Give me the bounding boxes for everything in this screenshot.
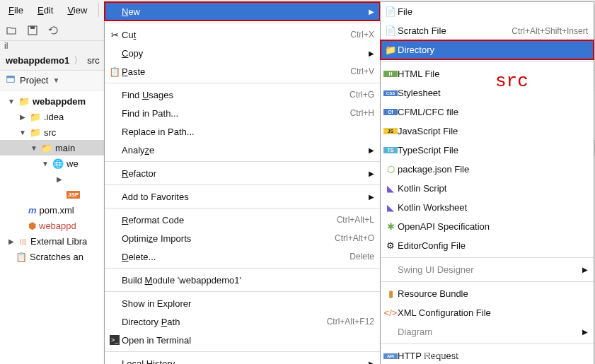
expand-arrow-icon[interactable]: ▼: [7, 98, 16, 105]
tree-label: src: [44, 127, 56, 138]
kotlin-icon: ◣: [383, 183, 398, 194]
separator: [381, 281, 594, 282]
bundle-icon: ▮: [383, 288, 398, 299]
separator: [105, 268, 380, 269]
separator: [105, 23, 380, 23]
save-icon[interactable]: [27, 25, 38, 36]
menu-show-explorer[interactable]: Show in Explorer: [105, 294, 380, 312]
xml-icon: </>: [383, 307, 398, 318]
submenu-arrow-icon: ▶: [369, 360, 374, 365]
terminal-icon: >_: [108, 335, 122, 345]
submenu-openapi[interactable]: ✱OpenAPI Specification: [381, 217, 594, 236]
separator: [105, 161, 380, 162]
library-icon: ⫼: [18, 236, 28, 247]
http-icon: API: [383, 353, 398, 359]
cfml-icon: Cf: [383, 109, 398, 115]
tree-label: webappdem: [33, 96, 86, 107]
cut-icon: ✂: [108, 30, 122, 40]
svg-rect-1: [30, 26, 35, 29]
separator: [105, 208, 380, 209]
menu-new[interactable]: New ▶: [105, 2, 380, 20]
submenu-diagram[interactable]: Diagram ▶: [381, 322, 594, 341]
js-icon: JS: [383, 128, 398, 134]
expand-arrow-icon[interactable]: ▶: [7, 237, 16, 245]
css-icon: CSS: [383, 90, 398, 96]
breadcrumb-project[interactable]: webappdemo1: [6, 55, 69, 66]
menu-add-favorites[interactable]: Add to Favorites ▶: [105, 187, 380, 206]
dropdown-arrow-icon[interactable]: ▼: [52, 76, 59, 84]
menu-paste[interactable]: 📋 Paste Ctrl+V: [105, 62, 380, 81]
separator: [381, 61, 594, 62]
submenu-ts-file[interactable]: TSTypeScript File: [381, 141, 594, 160]
folder-icon: 📁: [41, 143, 52, 153]
chevron-right-icon: 〉: [74, 54, 83, 67]
ts-icon: TS: [383, 147, 398, 153]
shortcut: Ctrl+Alt+Shift+Insert: [512, 26, 588, 36]
menu-file[interactable]: File: [3, 2, 29, 18]
expand-arrow-icon[interactable]: ▼: [41, 160, 50, 168]
menu-delete[interactable]: Delete... Delete: [105, 247, 380, 266]
submenu-cfml[interactable]: CfCFML/CFC file: [381, 102, 594, 122]
html-icon: H: [383, 71, 398, 77]
scratch-icon: 📋: [16, 252, 27, 262]
separator: [381, 257, 594, 258]
directory-icon: 📁: [383, 45, 398, 55]
menu-refactor[interactable]: Refactor ▶: [105, 164, 380, 182]
expand-arrow-icon[interactable]: ▼: [18, 129, 27, 136]
refresh-icon[interactable]: [48, 25, 59, 36]
submenu-arrow-icon: ▶: [369, 8, 374, 16]
menu-cut[interactable]: ✂ Cut Ctrl+X: [105, 25, 380, 44]
project-panel-title: Project: [20, 75, 48, 86]
menu-copy[interactable]: Copy ▶: [105, 44, 380, 62]
separator: [105, 351, 380, 352]
expand-arrow-icon[interactable]: ▶: [55, 175, 64, 183]
submenu-directory[interactable]: 📁Directory: [381, 40, 594, 59]
separator: [98, 3, 99, 17]
tree-label: External Libra: [30, 236, 87, 247]
submenu-resource-bundle[interactable]: ▮Resource Bundle: [381, 284, 594, 303]
menu-analyze[interactable]: Analyze ▶: [105, 141, 380, 159]
menu-directory-path[interactable]: Directory Path Ctrl+Alt+F12: [105, 312, 380, 331]
menu-find-in-path[interactable]: Find in Path... Ctrl+H: [105, 104, 380, 122]
menu-optimize[interactable]: Optimize Imports Ctrl+Alt+O: [105, 229, 380, 247]
expand-arrow-icon[interactable]: ▶: [18, 113, 27, 121]
submenu-editorconfig[interactable]: ⚙EditorConfig File: [381, 236, 594, 255]
svg-text:>_: >_: [111, 336, 119, 344]
separator: [105, 184, 380, 185]
submenu-kotlin-script[interactable]: ◣Kotlin Script: [381, 179, 594, 198]
submenu-package-json[interactable]: ⬡package.json File: [381, 160, 594, 179]
submenu-stylesheet[interactable]: CSSStylesheet: [381, 83, 594, 102]
submenu-file[interactable]: 📄File: [381, 2, 594, 21]
maven-icon: m: [28, 205, 37, 216]
menu-open-terminal[interactable]: >_ Open in Terminal: [105, 331, 380, 349]
scratch-file-icon: 📄: [383, 25, 398, 36]
shortcut: Ctrl+Alt+O: [335, 233, 374, 243]
submenu-kotlin-worksheet[interactable]: ◣Kotlin Worksheet: [381, 198, 594, 217]
menu-view[interactable]: View: [62, 2, 93, 18]
project-folder-icon: 📁: [18, 96, 30, 107]
submenu-scratch-file[interactable]: 📄Scratch File Ctrl+Alt+Shift+Insert: [381, 21, 594, 40]
expand-arrow-icon[interactable]: ▼: [30, 144, 38, 152]
folder-icon: 📁: [30, 127, 41, 138]
menu-local-history[interactable]: Local History ▶: [105, 354, 380, 364]
tree-label: main: [55, 143, 75, 153]
new-submenu: 📄File 📄Scratch File Ctrl+Alt+Shift+Inser…: [380, 1, 594, 364]
paste-icon: 📋: [108, 66, 122, 77]
breadcrumb-folder[interactable]: src: [87, 55, 99, 66]
menu-replace-in-path[interactable]: Replace in Path...: [105, 122, 380, 141]
menu-find-usages[interactable]: Find Usages Ctrl+G: [105, 86, 380, 104]
submenu-xml-config[interactable]: </>XML Configuration File: [381, 303, 594, 322]
open-icon[interactable]: [6, 25, 17, 36]
shortcut: Ctrl+H: [350, 108, 374, 118]
tree-label: webappd: [39, 221, 76, 231]
submenu-html-file[interactable]: HHTML File: [381, 64, 594, 83]
menu-reformat[interactable]: Reformat Code Ctrl+Alt+L: [105, 211, 380, 229]
npm-icon: ⬡: [383, 164, 398, 175]
shortcut: Delete: [350, 252, 374, 262]
shortcut: Ctrl+V: [350, 66, 374, 76]
menu-build-module[interactable]: Build Module 'webappdemo1': [105, 271, 380, 289]
submenu-swing-designer[interactable]: Swing UI Designer ▶: [381, 260, 594, 279]
menu-edit[interactable]: Edit: [32, 2, 59, 18]
web-folder-icon: 🌐: [52, 158, 64, 169]
submenu-js-file[interactable]: JSJavaScript File: [381, 122, 594, 141]
